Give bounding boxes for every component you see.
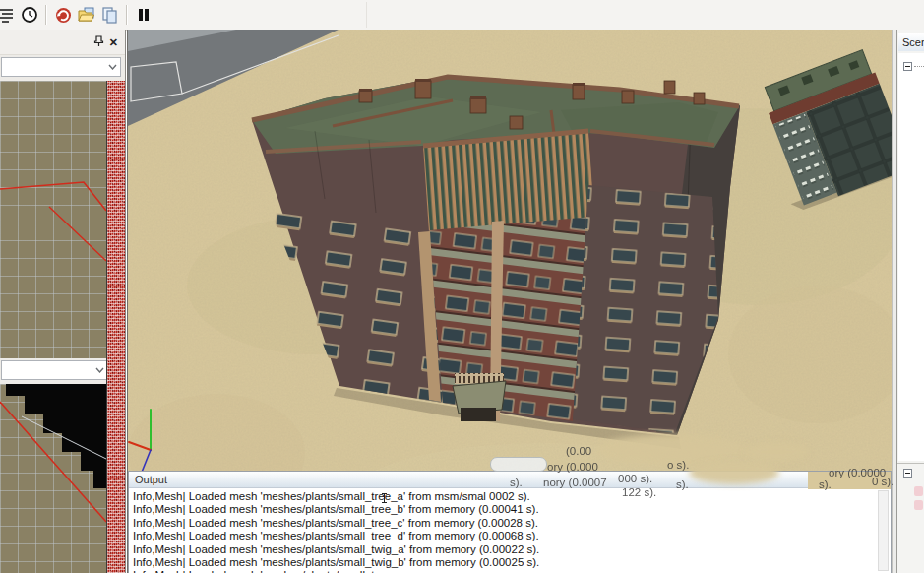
log-line: Info,Mesh| Loaded mesh 'meshes/plants/sm…	[133, 530, 879, 542]
scene-panel: Scene	[896, 30, 924, 573]
scene-panel-title: Scene	[898, 33, 924, 51]
pause-icon[interactable]	[132, 3, 155, 27]
clock-icon[interactable]	[18, 3, 41, 27]
log-line: Info,Mesh| Loaded mesh 'meshes/plants/sm…	[133, 490, 879, 503]
tree-collapse-icon[interactable]	[903, 469, 912, 478]
texture-select-top[interactable]	[1, 57, 121, 77]
pin-icon[interactable]	[93, 33, 104, 51]
task-list-icon[interactable]	[0, 3, 18, 27]
redraw-artifact-patch	[808, 472, 892, 489]
chevron-down-icon	[95, 367, 104, 373]
output-title: Output	[135, 474, 167, 485]
tree-collapse-icon[interactable]	[903, 62, 912, 71]
toolbar-separator	[45, 5, 47, 25]
open-folder-icon[interactable]	[75, 3, 98, 27]
sidebar-caption: ✕	[0, 30, 125, 55]
heightmap-view-top[interactable]	[0, 81, 106, 358]
tree-dotted-line	[914, 66, 924, 67]
log-line: Info,Mesh| Loaded mesh 'meshes/plants/sm…	[133, 503, 879, 516]
log-list[interactable]: Info,Mesh| Loaded mesh 'meshes/plants/sm…	[129, 490, 879, 573]
output-scrollbar[interactable]	[878, 490, 889, 571]
tree-item-icon	[914, 500, 923, 510]
log-line: Info,Mesh| Loaded mesh 'meshes/plants/sm…	[133, 543, 879, 556]
entrance-door	[461, 408, 496, 421]
output-panel-header[interactable]: Output	[129, 472, 808, 488]
balcony-slat-screen	[423, 131, 594, 232]
reload-icon[interactable]	[51, 3, 75, 27]
right-panel-divider	[897, 463, 924, 464]
toolbar-region-divider	[366, 2, 367, 28]
close-icon[interactable]: ✕	[109, 37, 118, 47]
red-noise-texture-strip[interactable]	[106, 81, 125, 573]
app-window: { "toolbar": { "buttons": [ {"icon": "ta…	[0, 0, 924, 573]
output-panel: Output Info,Mesh| Loaded mesh 'meshes/pl…	[128, 471, 892, 573]
texture-sidebar: ✕	[0, 30, 126, 573]
log-line: Info,Mesh| Loaded mesh 'meshes/plants/sm…	[133, 569, 879, 573]
log-line: Info,Mesh| Loaded mesh 'meshes/plants/sm…	[133, 517, 879, 530]
chevron-down-icon	[108, 64, 117, 70]
copy-icon[interactable]	[98, 3, 122, 27]
mask-view-bottom[interactable]	[0, 384, 106, 573]
toolbar-separator	[126, 5, 128, 25]
log-line: Info,Mesh| Loaded mesh 'meshes/plants/sm…	[133, 556, 879, 569]
main-toolbar	[0, 0, 924, 31]
tree-item-icon	[914, 486, 923, 496]
texture-select-bottom[interactable]	[1, 360, 108, 380]
text-cursor	[384, 493, 385, 503]
scene-tree[interactable]	[898, 53, 924, 461]
